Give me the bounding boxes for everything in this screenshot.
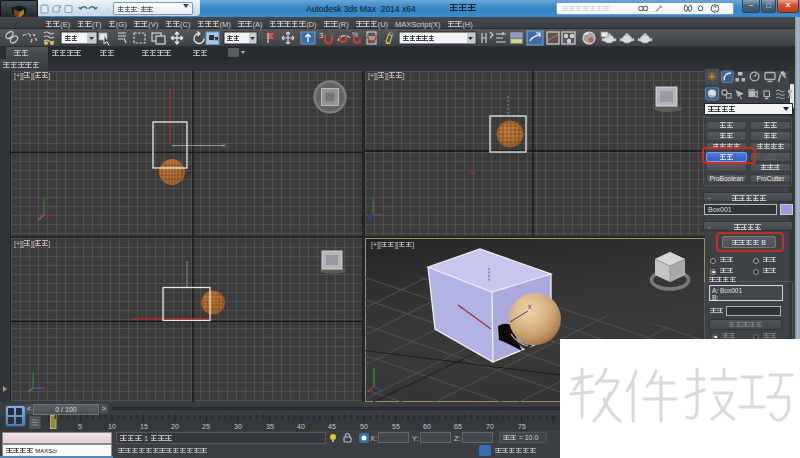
svg-text:55: 55	[392, 423, 400, 430]
svg-text:35: 35	[266, 423, 274, 430]
svg-text:30: 30	[234, 423, 242, 430]
svg-text:50: 50	[360, 423, 368, 430]
svg-text:10: 10	[108, 423, 116, 430]
svg-text:75: 75	[518, 423, 526, 430]
svg-text:45: 45	[328, 423, 336, 430]
svg-text:20: 20	[171, 423, 179, 430]
svg-text:60: 60	[423, 423, 431, 430]
svg-text:65: 65	[454, 423, 462, 430]
svg-text:5: 5	[78, 423, 82, 430]
svg-text:25: 25	[202, 423, 210, 430]
svg-text:40: 40	[297, 423, 305, 430]
svg-text:15: 15	[140, 423, 148, 430]
svg-text:70: 70	[486, 423, 494, 430]
svg-text:3: 3	[319, 31, 324, 40]
svg-text:%: %	[352, 31, 358, 38]
